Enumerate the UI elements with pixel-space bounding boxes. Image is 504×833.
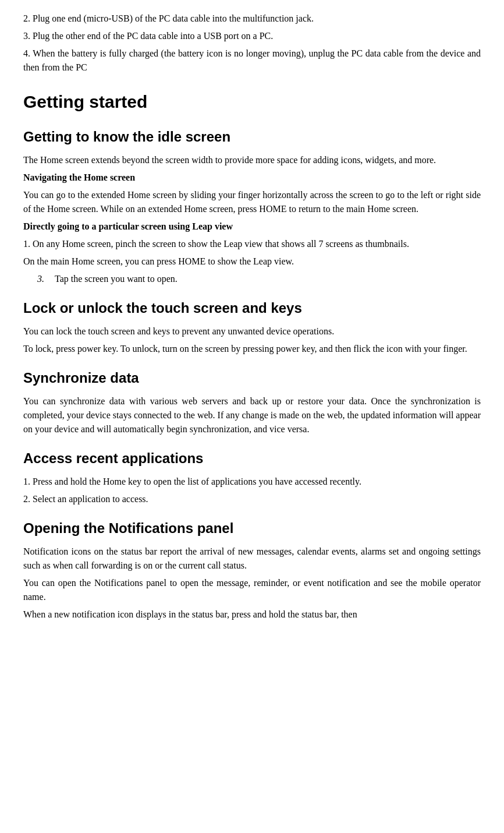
leap-para2: On the main Home screen, you can press H… bbox=[23, 255, 481, 269]
idle-screen-para1: The Home screen extends beyond the scree… bbox=[23, 153, 481, 167]
leap-item-3: 3. Tap the screen you want to open. bbox=[23, 272, 481, 286]
getting-started-heading: Getting started bbox=[23, 89, 481, 115]
sync-para1: You can synchronize data with various we… bbox=[23, 394, 481, 436]
notifications-heading: Opening the Notifications panel bbox=[23, 518, 481, 539]
notifications-para1: Notification icons on the status bar rep… bbox=[23, 545, 481, 573]
idle-screen-heading: Getting to know the idle screen bbox=[23, 126, 481, 147]
notifications-para2: You can open the Notifications panel to … bbox=[23, 576, 481, 604]
intro-line-2: 3. Plug the other end of the PC data cab… bbox=[23, 29, 481, 43]
intro-line-1: 2. Plug one end (micro-USB) of the PC da… bbox=[23, 12, 481, 26]
lock-para1: You can lock the touch screen and keys t… bbox=[23, 324, 481, 338]
leap-item-3-text: Tap the screen you want to open. bbox=[55, 272, 481, 286]
lock-para2: To lock, press power key. To unlock, tur… bbox=[23, 342, 481, 356]
notifications-para3: When a new notification icon displays in… bbox=[23, 608, 481, 622]
leap-heading-text: Directly going to a particular screen us… bbox=[23, 221, 233, 231]
leap-para1: 1. On any Home screen, pinch the screen … bbox=[23, 237, 481, 251]
recent-apps-line2: 2. Select an application to access. bbox=[23, 492, 481, 506]
recent-apps-heading: Access recent applications bbox=[23, 448, 481, 469]
sync-data-heading: Synchronize data bbox=[23, 368, 481, 389]
leap-item-3-number: 3. bbox=[37, 272, 55, 286]
nav-para: You can go to the extended Home screen b… bbox=[23, 188, 481, 216]
recent-apps-line1: 1. Press and hold the Home key to open t… bbox=[23, 475, 481, 489]
lock-screen-heading: Lock or unlock the touch screen and keys bbox=[23, 298, 481, 319]
leap-heading: Directly going to a particular screen us… bbox=[23, 220, 481, 234]
intro-line-3: 4. When the battery is fully charged (th… bbox=[23, 47, 481, 75]
nav-heading: Navigating the Home screen bbox=[23, 171, 481, 185]
nav-heading-text: Navigating the Home screen bbox=[23, 172, 135, 182]
